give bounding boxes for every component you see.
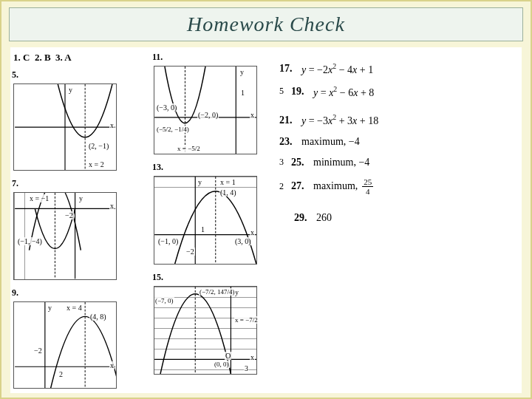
q2-val: B xyxy=(44,52,51,63)
p7-graph: x = −1 −2 (−1, −4) x y xyxy=(13,192,117,279)
a19-text: y = x2 − 6x + 8 xyxy=(313,85,374,99)
title-bar: Homework Check xyxy=(9,7,523,41)
ans-23: 23. maximum, −4 xyxy=(276,132,409,152)
a27-text: maximum, xyxy=(313,180,358,192)
p13-x: x xyxy=(250,228,255,236)
a23-text: maximum, −4 xyxy=(301,136,360,148)
p15-tick: 3 xyxy=(244,364,249,372)
q3-val: A xyxy=(64,52,71,63)
p7-vertex: (−1, −4) xyxy=(17,237,43,245)
q3-num: 3. xyxy=(55,52,63,63)
p13-num: 13. xyxy=(151,159,254,174)
p9-num: 9. xyxy=(10,284,143,300)
p13-r1: (−1, 0) xyxy=(157,237,179,245)
p9-axis: x = 4 xyxy=(66,304,83,312)
p11-x: x xyxy=(250,111,255,119)
column-middle: 11. y x 1 (−3, 0) (−2, 0) (−5/2, −1/4) x… xyxy=(143,47,254,393)
p15-axis: x = −7/2 xyxy=(234,316,259,324)
a27-num: 27. xyxy=(291,180,309,192)
ans-29: 29. 260 xyxy=(276,208,409,228)
page-title: Homework Check xyxy=(10,13,522,36)
a25-text: minimum, −4 xyxy=(313,157,369,168)
q2-num: 2. xyxy=(35,52,42,63)
p11-one: 1 xyxy=(240,89,245,97)
p15-x: x xyxy=(250,353,255,361)
p11-r1: (−3, 0) xyxy=(156,103,177,112)
p11-axis: x = −5/2 xyxy=(177,145,201,152)
p13-axis: x = 1 xyxy=(219,178,236,186)
a29-text: 260 xyxy=(316,212,332,224)
p9-t1: −2 xyxy=(33,347,43,355)
a19-num: 19. xyxy=(291,86,309,98)
p7-axis: x = −1 xyxy=(29,194,50,202)
q1-num: 1. xyxy=(13,52,21,63)
p13-y: y xyxy=(197,178,202,186)
p7-pt: −2 xyxy=(64,211,74,219)
p5-y: y xyxy=(68,86,73,94)
p5-x: x xyxy=(109,121,115,129)
p9-t2: 2 xyxy=(58,370,64,378)
p13-r2: (3, 0) xyxy=(234,237,252,245)
content-area: 1. C 2. B 3. A 5. y x (2, −1) x = 2 xyxy=(10,47,522,393)
a29-num: 29. xyxy=(294,212,312,224)
p9-y: y xyxy=(47,304,52,312)
a17-num: 17. xyxy=(279,63,297,75)
ans-25: 3 25. minimum, −4 xyxy=(276,152,409,173)
a19-pre: 5 xyxy=(279,86,287,97)
p11-graph: y x 1 (−3, 0) (−2, 0) (−5/2, −1/4) x = −… xyxy=(154,66,257,154)
p9-vertex: (4, 8) xyxy=(89,313,107,321)
a23-num: 23. xyxy=(279,136,297,148)
a17-text: y = −2x2 − 4x + 1 xyxy=(301,62,373,76)
p5-vertex: (2, −1) xyxy=(88,142,109,150)
q1-val: C xyxy=(23,52,30,63)
p7-x: x xyxy=(109,202,115,210)
p5-graph: y x (2, −1) x = 2 xyxy=(13,83,117,171)
p7-num: 7. xyxy=(10,175,143,191)
ans-17: 17. y = −2x2 − 4x + 1 xyxy=(276,58,409,81)
p5-num: 5. xyxy=(10,66,143,82)
a21-num: 21. xyxy=(279,115,297,126)
a25-num: 25. xyxy=(291,157,309,168)
p15-num: 15. xyxy=(151,269,254,284)
p15-r2: (0, 0) xyxy=(214,361,230,368)
p7-y: y xyxy=(78,194,83,202)
slide-frame: Homework Check 1. C 2. B 3. A 5. y xyxy=(0,0,532,399)
p15-vertex: (−7/2, 147/4) xyxy=(199,288,236,296)
column-left: 1. C 2. B 3. A 5. y x (2, −1) x = 2 xyxy=(10,47,143,393)
p9-x: x xyxy=(109,361,115,369)
a27-frac-d: 4 xyxy=(364,187,372,196)
column-right: 17. y = −2x2 − 4x + 1 5 19. y = x2 − 6x … xyxy=(254,47,409,393)
a21-text: y = −3x2 + 3x + 18 xyxy=(301,113,378,127)
a27-frac-n: 25 xyxy=(362,177,373,187)
p11-vertex: (−5/2, −1/4) xyxy=(156,126,190,133)
p11-y: y xyxy=(239,68,245,76)
p15-graph: y x (−7, 0) (−7/2, 147/4) x = −7/2 (0, 0… xyxy=(154,286,257,375)
a27-frac: 25 4 xyxy=(362,177,373,196)
p13-one: 1 xyxy=(200,225,205,233)
p11-r2: (−2, 0) xyxy=(197,111,219,119)
p9-graph: y x x = 4 (4, 8) −2 2 xyxy=(13,301,117,389)
ans-27: 2 27. maximum, 25 4 xyxy=(276,173,409,200)
p13-neg2: −2 xyxy=(185,248,195,256)
p11-num: 11. xyxy=(151,47,254,64)
p13-vertex: (1, 4) xyxy=(219,188,237,197)
ans-21: 21. y = −3x2 + 3x + 18 xyxy=(276,109,409,132)
a27-pre: 2 xyxy=(279,181,287,192)
ans-19: 5 19. y = x2 − 6x + 8 xyxy=(276,81,409,103)
p5-axis: x = 2 xyxy=(88,160,105,168)
p13-graph: y x x = 1 (1, 4) (−1, 0) (3, 0) −2 1 xyxy=(154,176,257,265)
a25-pre: 3 xyxy=(279,157,287,168)
p15-r1: (−7, 0) xyxy=(154,297,174,304)
answers-1-3: 1. C 2. B 3. A xyxy=(10,47,143,66)
p15-o: O xyxy=(225,352,231,360)
